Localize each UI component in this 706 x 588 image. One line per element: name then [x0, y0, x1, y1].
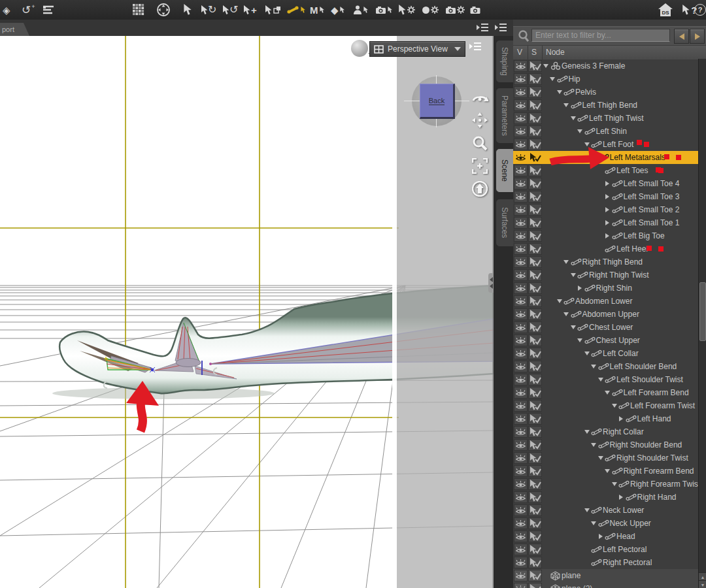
node-label[interactable]: Left Shoulder Bend [610, 362, 677, 371]
selectable-cursor-icon[interactable] [528, 400, 542, 412]
reset-origin-icon[interactable] [472, 181, 488, 199]
selectable-cursor-icon[interactable] [528, 504, 542, 516]
node-label[interactable]: Pelvis [575, 88, 596, 97]
node-label[interactable]: Right Forearm Bend [624, 466, 694, 476]
side-tab-scene[interactable]: Scene [496, 148, 513, 193]
node-label[interactable]: Right Thigh Twist [589, 270, 649, 280]
visibility-eye-icon[interactable] [514, 400, 528, 412]
side-tab-surfaces[interactable]: Surfaces [496, 199, 513, 247]
selectable-cursor-icon[interactable] [528, 452, 542, 464]
node-label[interactable]: Right Shin [596, 284, 632, 293]
scroll-down-button[interactable]: ▼ [699, 580, 706, 588]
selectable-cursor-icon[interactable] [528, 348, 542, 359]
scene-node-row-left-small-toe-4[interactable]: Left Small Toe 4 [513, 177, 698, 190]
scene-node-row-right-shoulder-twist[interactable]: Right Shoulder Twist [513, 451, 698, 465]
expander-icon[interactable] [604, 220, 611, 225]
visibility-eye-icon[interactable] [514, 125, 528, 137]
scene-node-row-right-forearm-twist[interactable]: Right Forearm Twist [513, 478, 698, 491]
help-button[interactable]: ? [694, 1, 706, 19]
figure-selection-tool[interactable] [353, 1, 369, 19]
side-tab-shaping[interactable]: Shaping [496, 40, 513, 83]
node-label[interactable]: Left Forearm Twist [630, 401, 695, 410]
visibility-eye-icon[interactable] [514, 348, 528, 359]
camera-selection-tool[interactable] [375, 1, 393, 19]
selectable-cursor-icon[interactable] [528, 125, 542, 137]
scene-navigator-button[interactable] [42, 1, 55, 19]
visibility-eye-icon[interactable] [514, 531, 528, 542]
scene-node-row-right-pectoral[interactable]: Right Pectoral [513, 556, 698, 569]
selectable-cursor-icon[interactable] [528, 152, 542, 163]
selectable-cursor-icon[interactable] [528, 112, 542, 124]
node-label[interactable]: Left Shin [596, 127, 627, 136]
node-label[interactable]: Right Collar [603, 427, 644, 436]
node-label[interactable]: Neck Lower [603, 506, 644, 515]
measure-metrics-tool[interactable]: M [310, 1, 325, 19]
scene-node-row-head[interactable]: Head [513, 530, 698, 543]
scene-node-row-left-thigh-bend[interactable]: Left Thigh Bend [513, 99, 698, 112]
scene-node-row-neck-upper[interactable]: Neck Upper [513, 517, 698, 530]
scene-node-row-left-pectoral[interactable]: Left Pectoral [513, 543, 698, 556]
viewport-nav-tool[interactable] [157, 1, 170, 19]
selectable-cursor-icon[interactable] [528, 583, 542, 588]
visibility-eye-icon[interactable] [514, 86, 528, 98]
active-pose-tool[interactable]: ↺+ [22, 1, 35, 19]
node-label[interactable]: Chest Upper [596, 336, 640, 345]
scene-node-row-right-thigh-bend[interactable]: Right Thigh Bend [513, 255, 698, 269]
visibility-eye-icon[interactable] [514, 60, 528, 72]
visibility-eye-icon[interactable] [514, 112, 528, 124]
node-label[interactable]: Left Small Toe 3 [624, 192, 680, 201]
expander-icon[interactable] [563, 260, 570, 264]
selectable-cursor-icon[interactable] [528, 413, 542, 425]
visibility-eye-icon[interactable] [514, 204, 528, 216]
node-label[interactable]: Abdomen Upper [582, 310, 639, 319]
node-label[interactable]: Left Collar [603, 349, 639, 358]
expander-icon[interactable] [563, 103, 570, 107]
node-label[interactable]: Hip [569, 74, 580, 84]
scene-node-row-left-small-toe-2[interactable]: Left Small Toe 2 [513, 203, 698, 216]
scene-node-row-plane[interactable]: plane [513, 569, 698, 582]
visibility-eye-icon[interactable] [514, 73, 528, 85]
scene-node-row-left-hand[interactable]: Left Hand [513, 412, 698, 425]
expander-icon[interactable] [577, 338, 584, 342]
scene-node-row-left-thigh-twist[interactable]: Left Thigh Twist [513, 112, 698, 125]
orbit-view-icon[interactable] [471, 92, 488, 108]
scene-node-row-right-shin[interactable]: Right Shin [513, 282, 698, 295]
node-label[interactable]: Left Big Toe [624, 231, 665, 240]
scene-node-row-left-big-toe[interactable]: Left Big Toe [513, 229, 698, 242]
visibility-eye-icon[interactable] [514, 256, 528, 268]
node-label[interactable]: Neck Upper [610, 519, 651, 528]
expander-icon[interactable] [618, 416, 625, 421]
selectable-cursor-icon[interactable] [528, 217, 542, 229]
surface-selection-tool[interactable]: ◆ [331, 1, 345, 19]
expander-icon[interactable] [583, 508, 590, 512]
expander-icon[interactable] [597, 534, 604, 539]
translate-tool[interactable]: + [243, 1, 257, 19]
expander-icon[interactable] [569, 273, 577, 277]
visibility-eye-icon[interactable] [514, 439, 528, 451]
visibility-eye-icon[interactable] [514, 583, 528, 588]
view-cube[interactable]: Back [420, 84, 455, 119]
expander-icon[interactable] [583, 351, 590, 355]
scene-node-row-right-thigh-twist[interactable]: Right Thigh Twist [513, 269, 698, 282]
selectable-cursor-icon[interactable] [528, 465, 542, 477]
expander-icon[interactable] [597, 456, 604, 460]
node-label[interactable]: Chest Lower [589, 323, 633, 332]
scene-node-row-right-shoulder-bend[interactable]: Right Shoulder Bend [513, 438, 698, 451]
expander-icon[interactable] [604, 391, 611, 395]
visibility-eye-icon[interactable] [514, 165, 528, 176]
visibility-eye-icon[interactable] [514, 517, 528, 529]
expander-icon[interactable] [583, 430, 590, 434]
selectable-cursor-icon[interactable] [528, 361, 542, 372]
selectable-cursor-icon[interactable] [528, 73, 542, 85]
expander-icon[interactable] [590, 365, 597, 368]
visibility-eye-icon[interactable] [514, 191, 528, 203]
scene-node-row-right-forearm-bend[interactable]: Right Forearm Bend [513, 465, 698, 478]
visibility-eye-icon[interactable] [514, 387, 528, 399]
node-label[interactable]: Left Thigh Twist [589, 114, 644, 123]
selectable-cursor-icon[interactable] [528, 557, 542, 568]
visibility-eye-icon[interactable] [514, 544, 528, 555]
node-label[interactable]: Left Small Toe 2 [624, 205, 680, 214]
node-label[interactable]: Right Shoulder Twist [616, 453, 688, 463]
selectable-cursor-icon[interactable] [528, 491, 542, 503]
expander-icon[interactable] [590, 443, 597, 447]
